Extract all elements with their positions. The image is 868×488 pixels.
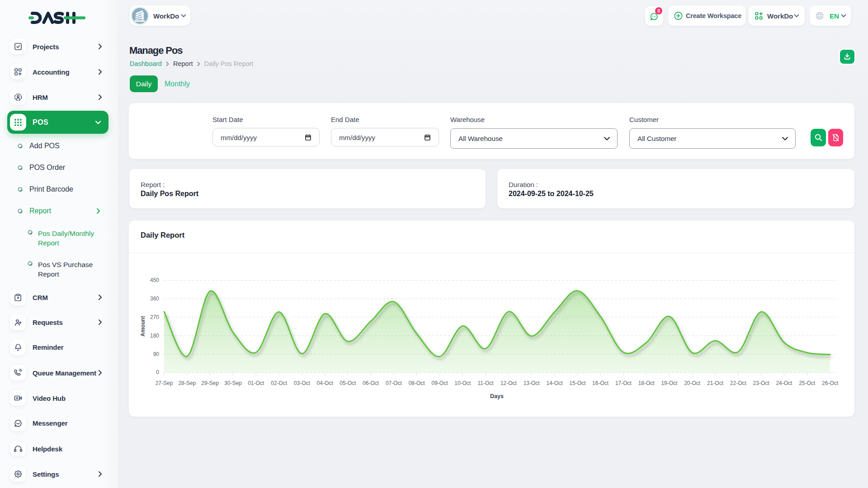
svg-text:0: 0 bbox=[156, 369, 159, 375]
svg-text:10-Oct: 10-Oct bbox=[454, 380, 471, 386]
svg-text:90: 90 bbox=[153, 351, 160, 357]
svg-text:360: 360 bbox=[150, 296, 159, 302]
svg-text:29-Sep: 29-Sep bbox=[201, 380, 219, 386]
svg-text:15-Oct: 15-Oct bbox=[569, 380, 586, 386]
svg-text:07-Oct: 07-Oct bbox=[386, 380, 402, 386]
svg-text:25-Oct: 25-Oct bbox=[799, 380, 816, 386]
svg-text:22-Oct: 22-Oct bbox=[730, 380, 747, 386]
svg-text:28-Sep: 28-Sep bbox=[178, 380, 196, 386]
svg-text:09-Oct: 09-Oct bbox=[431, 380, 448, 386]
svg-text:18-Oct: 18-Oct bbox=[638, 380, 655, 386]
svg-text:01-Oct: 01-Oct bbox=[248, 380, 264, 386]
svg-text:450: 450 bbox=[150, 277, 159, 283]
svg-text:05-Oct: 05-Oct bbox=[340, 380, 356, 386]
svg-text:27-Sep: 27-Sep bbox=[156, 380, 173, 386]
svg-text:02-Oct: 02-Oct bbox=[271, 380, 288, 386]
svg-text:06-Oct: 06-Oct bbox=[363, 380, 379, 386]
svg-text:04-Oct: 04-Oct bbox=[317, 380, 334, 386]
svg-text:08-Oct: 08-Oct bbox=[409, 380, 425, 386]
svg-text:16-Oct: 16-Oct bbox=[592, 380, 609, 386]
svg-text:270: 270 bbox=[150, 314, 159, 320]
svg-text:03-Oct: 03-Oct bbox=[294, 380, 311, 386]
svg-text:14-Oct: 14-Oct bbox=[546, 380, 563, 386]
svg-text:24-Oct: 24-Oct bbox=[776, 380, 793, 386]
svg-text:26-Oct: 26-Oct bbox=[822, 380, 839, 386]
svg-text:23-Oct: 23-Oct bbox=[753, 380, 770, 386]
svg-text:20-Oct: 20-Oct bbox=[684, 380, 701, 386]
svg-text:17-Oct: 17-Oct bbox=[615, 380, 632, 386]
svg-text:21-Oct: 21-Oct bbox=[707, 380, 724, 386]
svg-text:12-Oct: 12-Oct bbox=[500, 380, 517, 386]
svg-text:11-Oct: 11-Oct bbox=[478, 380, 494, 386]
svg-text:Amount: Amount bbox=[140, 316, 146, 336]
svg-text:13-Oct: 13-Oct bbox=[524, 380, 540, 386]
svg-text:19-Oct: 19-Oct bbox=[661, 380, 678, 386]
svg-text:30-Sep: 30-Sep bbox=[224, 380, 242, 386]
svg-text:Days: Days bbox=[490, 393, 504, 399]
svg-text:180: 180 bbox=[150, 333, 159, 339]
